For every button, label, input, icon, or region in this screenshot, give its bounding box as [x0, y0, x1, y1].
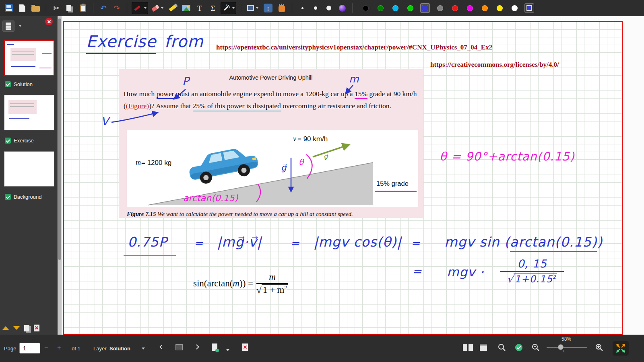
highlighter-tool-icon [169, 4, 176, 11]
color-blue[interactable] [420, 3, 430, 13]
statusbar: Page − + of 1 Layer Solution 58% [0, 335, 644, 362]
layer-row-exercise[interactable]: Exercise [5, 138, 34, 144]
zoom-out-icon[interactable] [531, 343, 540, 352]
previous-layer-icon[interactable] [159, 344, 165, 350]
color-black[interactable] [361, 3, 370, 13]
move-layer-down-icon[interactable] [13, 326, 20, 330]
highlighter-tool-icon[interactable] [167, 2, 178, 14]
zoom-in-icon[interactable] [595, 343, 604, 352]
fill-style-icon[interactable] [336, 2, 348, 14]
copy-icon[interactable] [64, 2, 75, 14]
two-page-view-icon[interactable] [463, 344, 473, 351]
figure-link[interactable]: (Figure) [126, 102, 149, 110]
checkbox-checked-icon[interactable] [5, 138, 11, 144]
thickness-fine-icon[interactable] [297, 2, 308, 14]
xournalpp-window: ✂↶↷TΣ↕ Solution [0, 0, 644, 362]
zoom-original-icon[interactable] [514, 343, 523, 352]
color-red[interactable] [450, 3, 460, 13]
layer-row-background[interactable]: Background [5, 194, 41, 200]
color-black-swatch [363, 5, 369, 11]
thumb-ink [42, 53, 52, 54]
chevron-down-icon[interactable] [144, 7, 147, 9]
color-light-blue[interactable] [390, 3, 400, 13]
figure-drawing: v = 90 km/h m = 1200 kg 15% grade g⃗ θ v… [127, 130, 418, 207]
color-yellow[interactable] [495, 3, 504, 13]
page-number-input[interactable] [19, 343, 40, 354]
pen-tool-icon[interactable] [132, 2, 148, 14]
undo-icon[interactable]: ↶ [98, 2, 109, 14]
open-folder-icon[interactable] [30, 2, 41, 14]
fullscreen-arrows-icon [615, 343, 626, 354]
copy-icon [66, 5, 71, 11]
chevron-down-icon[interactable] [161, 7, 163, 9]
zoom-slider[interactable] [547, 347, 587, 348]
layer-label: Exercise [14, 138, 34, 144]
delete-layer-icon[interactable] [242, 343, 248, 351]
chevron-down-icon[interactable] [226, 349, 229, 351]
color-light-green[interactable] [405, 3, 415, 13]
eq2-lhs: mgv · [447, 265, 484, 279]
add-layer-icon[interactable] [212, 343, 217, 351]
hand-tool-icon[interactable] [276, 2, 287, 14]
scrollbar-thumb[interactable] [58, 19, 61, 260]
vertical-space-icon[interactable]: ↕ [262, 2, 274, 14]
math-tex-icon[interactable]: Σ [207, 2, 219, 14]
page-increment-button[interactable]: + [57, 344, 61, 352]
move-layer-up-icon[interactable] [2, 326, 9, 330]
duplicate-layer-icon[interactable] [24, 325, 29, 331]
new-file-icon[interactable] [17, 2, 28, 14]
save-icon[interactable] [3, 2, 14, 14]
layer-thumbnail-exercise[interactable] [4, 151, 54, 187]
fill-style-icon [339, 5, 346, 12]
color-magenta[interactable] [465, 3, 475, 13]
layer-stack-icon[interactable] [175, 344, 183, 350]
presentation-mode-icon[interactable] [480, 344, 487, 351]
layer-row-solution[interactable]: Solution [5, 81, 33, 87]
v-value-label: = 90 km/h [297, 135, 328, 143]
math-tex-icon: Σ [211, 4, 215, 12]
select-tool-icon[interactable] [221, 2, 236, 14]
page-thumbnail[interactable] [4, 40, 54, 76]
canvas[interactable]: Exercisefrom https://opentextbc.ca/unive… [62, 16, 644, 335]
eraser-tool-icon[interactable] [150, 2, 165, 14]
sidebar-mode-button[interactable] [2, 21, 14, 32]
color-gray[interactable] [435, 3, 445, 13]
checkbox-checked-icon[interactable] [5, 81, 11, 87]
next-layer-icon[interactable] [194, 344, 199, 350]
color-chooser[interactable] [524, 3, 534, 13]
source-link[interactable]: https://opentextbc.ca/universityphysicsv… [216, 43, 492, 51]
document-page[interactable]: Exercisefrom https://opentextbc.ca/unive… [63, 21, 623, 335]
chevron-down-icon[interactable] [142, 348, 145, 350]
select-tool-icon [222, 4, 230, 12]
license-link[interactable]: https://creativecommons.org/licenses/by/… [430, 61, 559, 69]
thickness-medium-icon[interactable] [310, 2, 321, 14]
close-sidebar-button[interactable] [45, 18, 53, 25]
vertical-scrollbar[interactable] [58, 16, 62, 335]
fullscreen-button[interactable] [613, 341, 629, 356]
cut-icon[interactable]: ✂ [51, 2, 62, 14]
layer-select[interactable]: Solution [109, 346, 130, 352]
paste-icon[interactable] [77, 2, 89, 14]
checkbox-checked-icon[interactable] [5, 194, 11, 200]
page-decrement-button[interactable]: − [44, 344, 48, 352]
color-yellow-swatch [497, 5, 503, 11]
main-toolbar: ✂↶↷TΣ↕ [0, 0, 644, 16]
thumb-line [10, 103, 34, 104]
m-var-label: m [136, 158, 141, 167]
layer-thumbnail-solution[interactable] [4, 95, 54, 130]
color-green[interactable] [376, 3, 385, 13]
zoom-fit-icon[interactable] [497, 343, 506, 352]
chevron-down-icon[interactable] [256, 7, 258, 9]
color-white[interactable] [510, 3, 519, 13]
color-orange[interactable] [480, 3, 489, 13]
insert-image-icon[interactable] [180, 2, 192, 14]
thickness-thick-icon[interactable] [323, 2, 334, 14]
shape-tool-icon[interactable] [246, 2, 260, 14]
chevron-down-icon[interactable] [19, 25, 21, 27]
chevron-down-icon[interactable] [232, 7, 235, 9]
text-tool-icon[interactable]: T [194, 2, 205, 14]
redo-icon[interactable]: ↷ [111, 2, 122, 14]
slider-knob[interactable] [558, 344, 564, 350]
delete-layer-icon[interactable] [34, 325, 39, 331]
eq1-term2: |mg⃗·v⃗| [217, 234, 262, 250]
